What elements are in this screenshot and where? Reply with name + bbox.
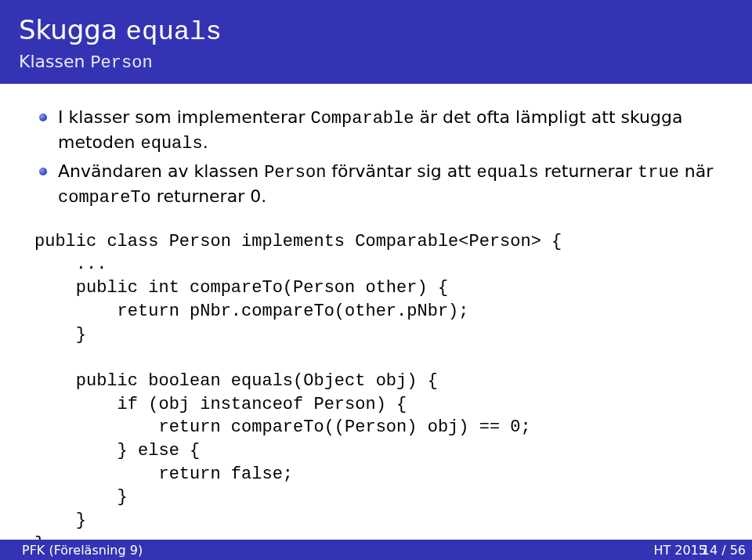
text: I klasser som implementerar [58, 107, 310, 127]
text: . [203, 132, 208, 152]
footer-left: PFK (Föreläsning 9) [22, 543, 653, 558]
text: returnerar 0. [151, 186, 266, 206]
page-number: 14 / 56 [702, 543, 746, 558]
subtitle-text: Klassen [19, 52, 90, 71]
list-item: Användaren av klassen Person förväntar s… [34, 160, 718, 209]
title-text: Skugga [19, 14, 126, 45]
slide-content: I klasser som implementerar Comparable ä… [0, 84, 752, 560]
text: förväntar sig att [326, 161, 476, 181]
inline-code: true [638, 163, 679, 182]
title-code: equals [126, 17, 222, 47]
slide-footer: PFK (Föreläsning 9) HT 2015 14 / 56 [0, 540, 752, 560]
inline-code: Comparable [310, 109, 414, 128]
inline-code: equals [141, 134, 203, 154]
inline-code: compareTo [58, 188, 151, 208]
inline-code: Person [264, 163, 326, 182]
code-block: public class Person implements Comparabl… [34, 230, 718, 556]
text: Användaren av klassen [58, 161, 264, 181]
list-item: I klasser som implementerar Comparable ä… [34, 106, 718, 155]
bullet-list: I klasser som implementerar Comparable ä… [34, 106, 718, 210]
inline-code: equals [476, 163, 538, 182]
text: returnerar [539, 161, 638, 181]
slide-header: Skugga equals Klassen Person [0, 0, 752, 84]
slide-subtitle: Klassen Person [19, 52, 733, 73]
subtitle-code: Person [90, 53, 152, 73]
text: när [679, 161, 713, 181]
slide-title: Skugga equals [19, 14, 733, 47]
